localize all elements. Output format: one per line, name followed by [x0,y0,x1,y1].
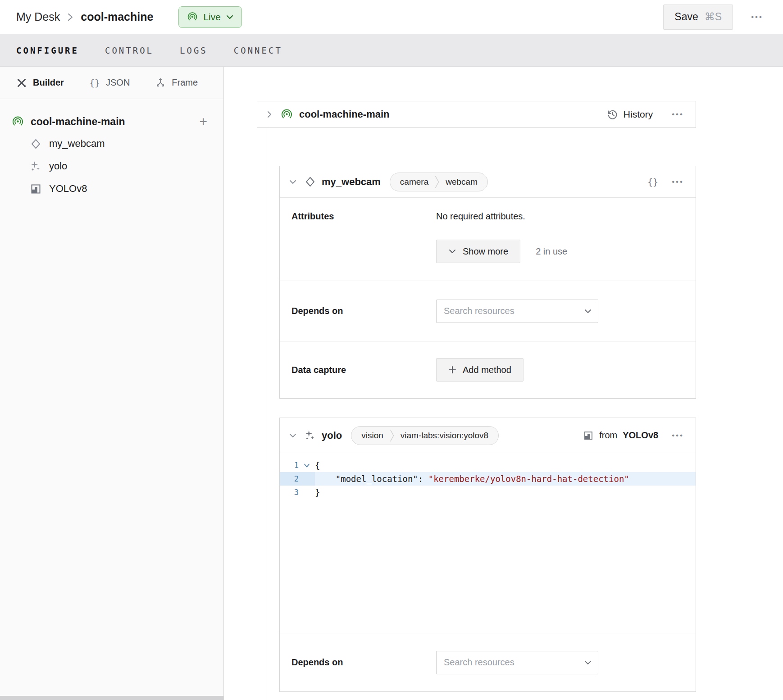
yolo-card: yolo vision viam-labs:vision:yolov8 [279,418,696,692]
resource-tree: cool-machine-main + my_webcam yolo [0,99,223,200]
machine-part-title: cool-machine-main [299,109,389,120]
component-diamond-icon [30,138,42,150]
depends-on-label: Depends on [291,657,436,668]
plus-icon [448,366,456,374]
view-json-icon[interactable]: {} [647,177,658,187]
mode-json-label: JSON [106,77,130,88]
component-diamond-icon [304,176,316,188]
component-model: webcam [446,177,478,187]
service-sparkles-icon [30,160,42,173]
live-broadcast-icon [187,12,198,23]
module-icon [583,430,594,441]
mode-builder[interactable]: Builder [16,77,64,88]
component-type: camera [400,177,428,187]
collapse-chevron-down-icon[interactable] [288,178,298,186]
from-module-label: from YOLOv8 [583,430,658,441]
line-number: 2 [280,472,299,486]
my-webcam-card: my_webcam camera webcam {} ••• Attribute… [279,166,696,399]
mode-json[interactable]: {} JSON [89,77,130,88]
service-title: yolo [322,430,342,441]
tree-item-machine-part[interactable]: cool-machine-main + [0,111,223,132]
add-resource-button[interactable]: + [199,115,207,128]
attributes-json-editor[interactable]: 1 { 2 "model_location": "keremberke/yolo… [280,453,696,633]
tree-item-label: YOLOv8 [49,183,87,195]
machine-part-card: cool-machine-main History ••• [257,101,696,128]
my-webcam-card-header: my_webcam camera webcam {} ••• [280,166,696,198]
configure-sidebar: Builder {} JSON Frame [0,67,224,700]
machine-tab-bar: CONFIGURE CONTROL LOGS CONNECT [0,34,783,67]
tab-control[interactable]: CONTROL [105,45,154,55]
mode-frame[interactable]: Frame [155,77,198,88]
tree-item-label: cool-machine-main [31,116,125,128]
sidebar-horizontal-scrollbar[interactable] [0,696,223,700]
tree-connector-line [267,128,267,700]
breadcrumb-current: cool-machine [81,10,153,23]
configure-main-panel: cool-machine-main History ••• [224,67,783,700]
tab-logs[interactable]: LOGS [180,45,208,55]
pill-divider-icon [390,428,394,443]
add-method-button[interactable]: Add method [436,358,524,382]
tree-item-yolo[interactable]: yolo [0,155,223,177]
top-bar-more-menu[interactable]: ••• [751,13,763,22]
depends-on-select [436,651,598,674]
machine-part-more-menu[interactable]: ••• [672,110,684,119]
collapse-chevron-down-icon[interactable] [288,432,298,440]
curly-braces-icon: {} [89,77,100,88]
json-key: "model_location" [336,474,418,484]
builder-tools-icon [16,77,27,88]
line-number: 1 [280,459,299,472]
code-line: 3 } [280,486,696,499]
breadcrumb-parent[interactable]: My Desk [16,10,60,23]
top-bar: My Desk cool-machine Live Save ⌘S ••• [0,0,783,34]
code-line: 1 { [280,459,696,472]
service-sparkles-icon [304,429,316,441]
data-capture-section: Data capture Add method [280,341,696,398]
component-type-model-pill: camera webcam [390,173,488,191]
from-module-name: YOLOv8 [623,430,658,441]
depends-on-label: Depends on [291,306,436,316]
mode-frame-label: Frame [172,77,198,88]
tree-item-label: yolo [49,160,67,172]
breadcrumb-separator-icon [67,12,73,22]
module-icon [30,183,42,195]
expand-chevron-right-icon[interactable] [265,109,273,119]
yolo-more-menu[interactable]: ••• [672,431,684,440]
config-mode-switcher: Builder {} JSON Frame [0,67,223,99]
save-button[interactable]: Save ⌘S [663,5,733,30]
attributes-empty-text: No required attributes. [436,211,684,222]
yolo-card-header: yolo vision viam-labs:vision:yolov8 [280,418,696,453]
mode-builder-label: Builder [33,77,64,88]
tree-item-label: my_webcam [49,138,105,150]
pill-divider-icon [435,175,439,189]
component-title: my_webcam [322,176,381,188]
history-button[interactable]: History [606,109,653,120]
from-prefix: from [599,430,617,441]
history-label: History [624,109,653,120]
show-more-label: Show more [463,246,508,257]
search-resources-input[interactable] [436,300,598,323]
my-webcam-more-menu[interactable]: ••• [672,177,684,186]
attributes-in-use-count: 2 in use [536,246,567,257]
attributes-section: Attributes No required attributes. Show … [280,198,696,281]
breadcrumb: My Desk cool-machine [16,10,153,23]
json-separator: : [418,474,428,484]
code-text: { [315,459,320,472]
code-text: "model_location": "keremberke/yolov8n-ha… [315,472,629,486]
tab-configure[interactable]: CONFIGURE [16,45,79,55]
tab-connect[interactable]: CONNECT [234,45,282,55]
code-text: } [315,486,320,499]
line-number: 3 [280,486,299,499]
tree-item-yolov8-module[interactable]: YOLOv8 [0,177,223,200]
machine-status-badge[interactable]: Live [178,6,242,28]
depends-on-section: Depends on [280,281,696,341]
json-string-value: "keremberke/yolov8n-hard-hat-detection" [428,474,629,484]
service-type-model-pill: vision viam-labs:vision:yolov8 [351,426,499,445]
search-resources-input[interactable] [436,651,598,674]
attributes-label: Attributes [291,211,436,281]
frame-axes-icon [155,77,166,88]
show-more-button[interactable]: Show more [436,240,520,263]
code-fold-chevron-icon[interactable] [299,459,315,472]
service-model: viam-labs:vision:yolov8 [401,431,488,441]
depends-on-section: Depends on [280,633,696,691]
tree-item-my-webcam[interactable]: my_webcam [0,132,223,155]
